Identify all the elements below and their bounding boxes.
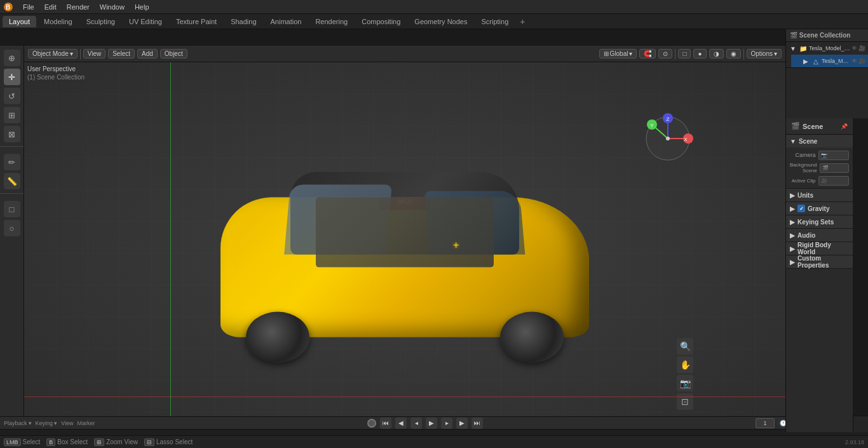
tab-add[interactable]: + — [516, 17, 529, 27]
tab-rendering[interactable]: Rendering — [309, 16, 354, 27]
mesh-type-icon: △ — [811, 58, 820, 65]
properties-pin-icon[interactable]: 📌 — [841, 123, 848, 130]
view-menu-btn[interactable]: View — [83, 49, 106, 58]
navigation-gizmo[interactable]: X Y Z — [642, 113, 693, 164]
cursor-tool-btn[interactable]: ⊕ — [4, 50, 20, 66]
units-section-header[interactable]: ▶ Units — [786, 189, 853, 201]
menu-render[interactable]: Render — [62, 2, 95, 12]
bg-scene-input[interactable]: 🎬 — [820, 163, 849, 173]
mesh-render-icon[interactable]: 🎥 — [858, 58, 865, 64]
outliner-render-icon[interactable]: 🎥 — [858, 45, 865, 51]
timeline-play-btn[interactable]: ▶ — [426, 417, 437, 429]
rotate-tool-btn[interactable]: ↺ — [4, 88, 20, 104]
scene-section-header[interactable]: ▼ Scene — [786, 135, 853, 147]
rendered-btn[interactable]: ◉ — [726, 49, 741, 58]
timeline-skip-start-btn[interactable]: ⏮ — [380, 417, 391, 429]
solid-btn[interactable]: ● — [693, 49, 706, 58]
transform-tool-btn[interactable]: ⊠ — [4, 126, 20, 142]
annotate-tool-btn[interactable]: ✏ — [4, 154, 20, 170]
tab-geometry-nodes[interactable]: Geometry Nodes — [408, 16, 473, 27]
tab-modeling[interactable]: Modeling — [37, 16, 79, 27]
rigid-body-label: Rigid Body World — [797, 241, 849, 255]
object-menu-btn[interactable]: Object — [160, 49, 187, 58]
zoom-view-status: ⊞ Zoom View — [94, 438, 138, 446]
tab-texture-paint[interactable]: Texture Paint — [170, 16, 223, 27]
transform-global-btn[interactable]: ⊞ Global ▾ — [599, 49, 637, 58]
scene-section-body: Camera 📷 Background Scene 🎬 Active Clip … — [786, 147, 853, 188]
move-tool-btn[interactable]: ✛ — [4, 69, 20, 85]
car-wheel-rear-mesh — [500, 312, 564, 363]
gravity-checkbox[interactable]: ✓ — [797, 205, 805, 212]
viewport-nav-tools: 🔍 ✋ 📷 ⊡ — [677, 338, 693, 410]
keying-dropdown[interactable]: Keying ▾ — [36, 420, 58, 426]
lasso-select-status: ⊟ Lasso Select — [144, 438, 193, 446]
wireframe-btn[interactable]: □ — [678, 49, 691, 58]
timeline-current-frame[interactable] — [756, 418, 775, 428]
box-select-key: B — [46, 438, 55, 446]
audio-label: Audio — [797, 232, 815, 239]
measure-tool-btn[interactable]: 📏 — [4, 173, 20, 189]
rigid-body-section-header[interactable]: ▶ Rigid Body World — [786, 242, 853, 255]
custom-props-section-header[interactable]: ▶ Custom Properties — [786, 255, 853, 268]
zoom-key: ⊞ — [94, 438, 104, 446]
main-viewport[interactable]: ВРЬ6 User Perspective (1) Scene Collecti… — [24, 62, 785, 432]
active-clip-input[interactable]: 🎥 — [818, 176, 850, 186]
menu-help[interactable]: Help — [130, 2, 154, 12]
mesh-eye-icon[interactable]: 👁 — [851, 58, 857, 64]
timeline-skip-end-btn[interactable]: ⏭ — [471, 417, 483, 429]
material-preview-btn[interactable]: ◑ — [709, 49, 724, 58]
material-icon: ◑ — [714, 50, 719, 57]
3d-cursor — [451, 240, 463, 252]
camera-prop-input[interactable]: 📷 — [818, 151, 850, 160]
proportional-edit-btn[interactable]: ⊙ — [658, 49, 672, 58]
tab-shading[interactable]: Shading — [224, 16, 262, 27]
object-mode-dropdown[interactable]: Object Mode ▾ — [28, 49, 78, 58]
pan-btn[interactable]: ✋ — [677, 356, 693, 373]
blender-logo-icon[interactable]: B — [3, 1, 14, 13]
dropdown-arrow-icon: ▾ — [70, 50, 73, 57]
timeline-prev-key-btn[interactable]: ◀ — [395, 417, 407, 429]
tab-uv-editing[interactable]: UV Editing — [123, 16, 168, 27]
camera-prop-label: Camera — [790, 152, 816, 158]
lasso-key: ⊟ — [144, 438, 154, 446]
box-select-label: Box Select — [57, 438, 88, 445]
menu-edit[interactable]: Edit — [39, 2, 62, 12]
tab-sculpting[interactable]: Sculpting — [80, 16, 121, 27]
frame-selected-btn[interactable]: ⊡ — [677, 393, 693, 410]
menu-file[interactable]: File — [18, 2, 39, 12]
zoom-in-btn[interactable]: 🔍 — [677, 338, 693, 355]
keying-sets-section-header[interactable]: ▶ Keying Sets — [786, 215, 853, 228]
timeline-marker-btn[interactable]: Marker — [77, 420, 95, 426]
outliner-eye-icon[interactable]: 👁 — [851, 45, 857, 51]
tab-animation[interactable]: Animation — [264, 16, 308, 27]
global-icon: ⊞ — [604, 50, 609, 57]
add-cube-btn[interactable]: □ — [4, 201, 20, 217]
tab-compositing[interactable]: Compositing — [355, 16, 407, 27]
svg-text:B: B — [6, 4, 10, 11]
tab-layout[interactable]: Layout — [3, 16, 36, 27]
outliner-row-mesh[interactable]: ▶ △ Tesla_Model_3_Taxi 👁 🎥 — [791, 55, 868, 67]
timeline-view-btn[interactable]: View — [61, 420, 73, 426]
playback-dropdown[interactable]: Playback ▾ — [4, 420, 32, 426]
timeline-record-btn[interactable] — [367, 419, 376, 428]
menu-window[interactable]: Window — [95, 2, 130, 12]
prop-bottom-icon — [853, 416, 868, 432]
global-dropdown-icon: ▾ — [629, 50, 632, 57]
timeline-prev-frame-btn[interactable]: ◂ — [410, 417, 422, 429]
tab-scripting[interactable]: Scripting — [475, 16, 515, 27]
select-menu-btn[interactable]: Select — [108, 49, 135, 58]
options-btn[interactable]: Options ▾ — [747, 49, 782, 58]
audio-collapse-icon: ▶ — [790, 232, 795, 239]
scale-tool-btn[interactable]: ⊞ — [4, 107, 20, 123]
camera-value-icon: 📷 — [821, 153, 827, 158]
add-cylinder-btn[interactable]: ○ — [4, 220, 20, 236]
gravity-section-header[interactable]: ▶ ✓ Gravity — [786, 202, 853, 215]
add-menu-btn[interactable]: Add — [137, 49, 158, 58]
audio-section-header[interactable]: ▶ Audio — [786, 229, 853, 241]
units-collapse-icon: ▶ — [790, 192, 795, 199]
camera-view-btn[interactable]: 📷 — [677, 375, 693, 391]
timeline-next-frame-btn[interactable]: ▸ — [441, 417, 452, 429]
timeline-next-key-btn[interactable]: ▶ — [456, 417, 468, 429]
outliner-row-collection[interactable]: ▼ 📁 Tesla_Model_3_Taxi_001 👁 🎥 — [786, 42, 868, 55]
snap-btn[interactable]: 🧲 — [639, 49, 656, 58]
